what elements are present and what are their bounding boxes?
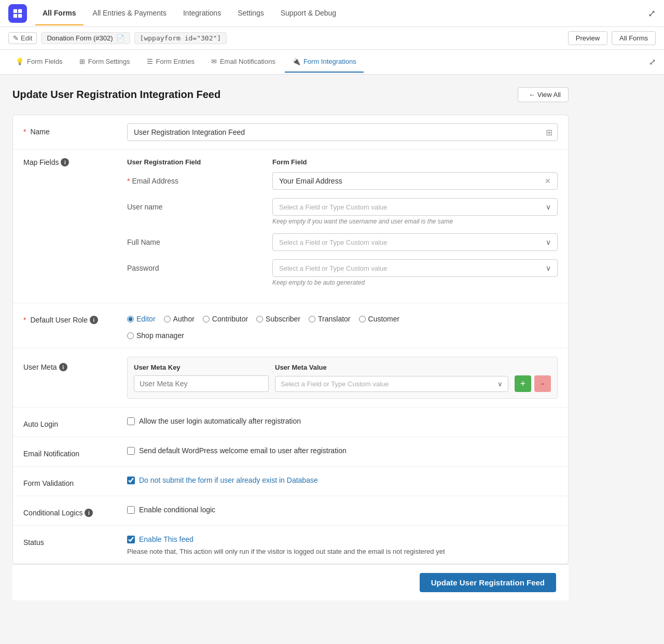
svg-rect-3 bbox=[18, 13, 22, 17]
meta-add-button[interactable]: + bbox=[515, 375, 531, 392]
map-email-row: * Email Address Your Email Address ✕ bbox=[127, 172, 558, 190]
all-forms-button[interactable]: All Forms bbox=[612, 31, 656, 45]
role-translator-radio[interactable] bbox=[309, 316, 315, 323]
name-field-wrapper: ⊞ bbox=[127, 123, 558, 141]
email-value: Your Email Address ✕ bbox=[272, 172, 558, 190]
user-role-info-icon: i bbox=[90, 316, 98, 324]
expand-icon[interactable]: ⤢ bbox=[649, 57, 656, 67]
role-editor-radio[interactable] bbox=[127, 316, 134, 323]
auto-login-control: Allow the user login automatically after… bbox=[127, 416, 558, 426]
password-chevron-icon: ∨ bbox=[546, 264, 551, 272]
main-content: Update User Registration Integration Fee… bbox=[0, 75, 581, 613]
ur-field-header: User Registration Field bbox=[127, 158, 272, 166]
username-label: User name bbox=[127, 198, 272, 211]
nav-tab-entries[interactable]: All Entries & Payments bbox=[86, 2, 174, 25]
conditional-logics-checkbox[interactable] bbox=[127, 506, 135, 514]
password-select[interactable]: Select a Field or Type Custom value ∨ bbox=[272, 259, 558, 277]
close-icon[interactable]: ⤢ bbox=[648, 8, 656, 19]
username-hint: Keep empty if you want the username and … bbox=[272, 218, 558, 225]
update-feed-button[interactable]: Update User Registration Feed bbox=[420, 573, 556, 592]
nav-tab-integrations[interactable]: Integrations bbox=[176, 2, 228, 25]
role-editor[interactable]: Editor bbox=[127, 315, 156, 323]
tab-form-fields[interactable]: 💡 Form Fields bbox=[8, 51, 70, 73]
name-input-wrapper: ⊞ bbox=[127, 123, 558, 141]
nav-tab-all-forms[interactable]: All Forms bbox=[35, 2, 84, 25]
nav-tab-settings[interactable]: Settings bbox=[230, 2, 271, 25]
map-password-row: Password Select a Field or Type Custom v… bbox=[127, 259, 558, 286]
meta-key-input[interactable] bbox=[134, 375, 269, 392]
role-author[interactable]: Author bbox=[164, 315, 195, 323]
role-subscriber[interactable]: Subscriber bbox=[256, 315, 300, 323]
nav-tab-support[interactable]: Support & Debug bbox=[273, 2, 343, 25]
document-icon: 📄 bbox=[116, 34, 125, 42]
tab-form-integrations[interactable]: 🔌 Form Integrations bbox=[285, 51, 364, 73]
fullname-select[interactable]: Select a Field or Type Custom value ∨ bbox=[272, 233, 558, 251]
map-fields-control: User Registration Field Form Field * Ema… bbox=[127, 158, 558, 295]
email-select[interactable]: Your Email Address ✕ bbox=[272, 172, 558, 190]
meta-remove-button[interactable]: - bbox=[534, 375, 551, 392]
user-meta-row: User Meta i User Meta Key User Meta Valu… bbox=[13, 348, 568, 408]
user-meta-info-icon: i bbox=[59, 363, 67, 371]
form-name-breadcrumb[interactable]: Donation Form (#302) 📄 bbox=[41, 32, 130, 44]
form-validation-checkbox-label: Do not submit the form if user already e… bbox=[139, 476, 318, 484]
meta-actions: + - bbox=[515, 375, 551, 392]
fullname-chevron-icon: ∨ bbox=[546, 238, 551, 246]
email-icon: ✉ bbox=[211, 58, 217, 65]
form-validation-checkbox[interactable] bbox=[127, 477, 135, 484]
status-checkbox[interactable] bbox=[127, 536, 135, 543]
email-notification-checkbox[interactable] bbox=[127, 447, 135, 455]
view-all-button[interactable]: ← View All bbox=[518, 87, 569, 102]
status-control: Enable This feed Please note that, This … bbox=[127, 534, 558, 555]
preview-button[interactable]: Preview bbox=[568, 31, 607, 45]
role-customer[interactable]: Customer bbox=[359, 315, 400, 323]
role-translator[interactable]: Translator bbox=[309, 315, 351, 323]
map-fields-row: Map Fields i User Registration Field For… bbox=[13, 150, 568, 303]
password-placeholder: Select a Field or Type Custom value bbox=[279, 264, 546, 272]
conditional-logics-checkbox-label: Enable conditional logic bbox=[139, 506, 215, 514]
status-row: Status Enable This feed Please note that… bbox=[13, 526, 568, 564]
edit-button[interactable]: ✎ Edit bbox=[8, 32, 37, 44]
edit-label: Edit bbox=[21, 34, 32, 42]
map-username-row: User name Select a Field or Type Custom … bbox=[127, 198, 558, 225]
map-fields-headers: User Registration Field Form Field bbox=[127, 158, 558, 166]
shortcode-breadcrumb[interactable]: [wppayform id="302"] bbox=[134, 32, 227, 44]
page-title: Update User Registration Integration Fee… bbox=[12, 89, 220, 101]
user-meta-control: User Meta Key User Meta Value Select a F… bbox=[127, 357, 558, 399]
form-validation-checkbox-row: Do not submit the form if user already e… bbox=[127, 475, 558, 485]
auto-login-checkbox[interactable] bbox=[127, 417, 135, 425]
lightbulb-icon: 💡 bbox=[16, 58, 24, 65]
name-input[interactable] bbox=[127, 123, 558, 141]
role-subscriber-radio[interactable] bbox=[256, 316, 263, 323]
status-note: Please note that, This action will only … bbox=[127, 548, 558, 555]
form-validation-row: Form Validation Do not submit the form i… bbox=[13, 467, 568, 496]
role-author-radio[interactable] bbox=[164, 316, 171, 323]
status-checkbox-row: Enable This feed bbox=[127, 534, 558, 544]
status-label: Status bbox=[23, 534, 127, 547]
tab-form-settings[interactable]: ⊞ Form Settings bbox=[72, 51, 137, 73]
role-customer-radio[interactable] bbox=[359, 316, 366, 323]
tab-email-notifications[interactable]: ✉ Email Notifications bbox=[204, 51, 283, 73]
meta-value-select[interactable]: Select a Field or Type Custom value ∨ bbox=[275, 376, 508, 392]
shortcode-text: [wppayform id="302"] bbox=[140, 34, 222, 42]
role-shop-manager-radio[interactable] bbox=[127, 332, 134, 339]
password-value: Select a Field or Type Custom value ∨ Ke… bbox=[272, 259, 558, 286]
sub-nav: 💡 Form Fields ⊞ Form Settings ☰ Form Ent… bbox=[0, 50, 664, 75]
entries-icon: ☰ bbox=[147, 58, 153, 65]
email-clear-button[interactable]: ✕ bbox=[545, 177, 551, 185]
email-notification-checkbox-row: Send default WordPress welcome email to … bbox=[127, 445, 558, 456]
role-contributor[interactable]: Contributor bbox=[203, 315, 248, 323]
breadcrumb-bar: ✎ Edit Donation Form (#302) 📄 [wppayform… bbox=[0, 27, 664, 50]
required-marker: * bbox=[23, 128, 26, 136]
form-name-label: Donation Form (#302) bbox=[47, 34, 113, 42]
conditional-logics-checkbox-row: Enable conditional logic bbox=[127, 505, 558, 515]
tab-form-entries[interactable]: ☰ Form Entries bbox=[140, 51, 202, 73]
auto-login-row: Auto Login Allow the user login automati… bbox=[13, 408, 568, 437]
fullname-label: Full Name bbox=[127, 233, 272, 246]
meta-value-header: User Meta Value bbox=[275, 363, 327, 371]
role-shop-manager[interactable]: Shop manager bbox=[127, 331, 558, 340]
username-chevron-icon: ∨ bbox=[546, 203, 551, 211]
bottom-bar: Update User Registration Feed bbox=[12, 564, 569, 600]
role-contributor-radio[interactable] bbox=[203, 316, 210, 323]
username-select[interactable]: Select a Field or Type Custom value ∨ bbox=[272, 198, 558, 216]
edit-icon: ✎ bbox=[13, 34, 19, 42]
